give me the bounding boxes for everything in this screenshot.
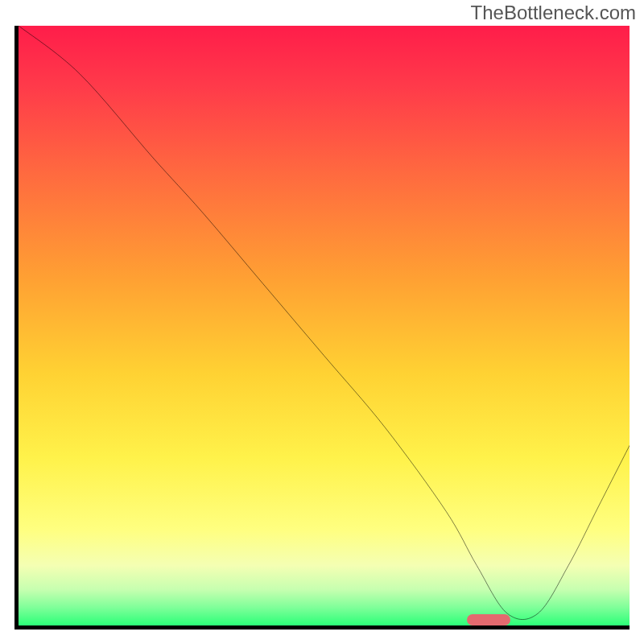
plot-area [14,26,630,630]
watermark-text: TheBottleneck.com [471,2,636,24]
optimal-marker [467,614,510,625]
bottleneck-curve [19,26,630,625]
chart-container: TheBottleneck.com [0,0,644,644]
